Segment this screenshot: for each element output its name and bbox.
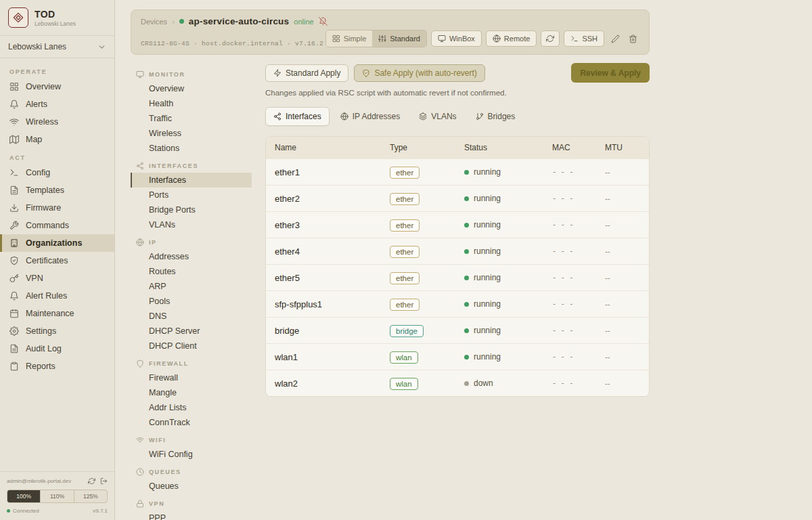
device-nav-item[interactable]: VLANs xyxy=(131,217,252,232)
device-nav-item[interactable]: DHCP Server xyxy=(131,324,252,339)
device-nav-item[interactable]: Addresses xyxy=(131,249,252,264)
device-nav-item[interactable]: Ports xyxy=(131,188,252,202)
sidebar-item-icon xyxy=(9,256,19,265)
breadcrumb-devices[interactable]: Devices xyxy=(141,18,167,26)
device-nav-item[interactable]: PPP xyxy=(131,511,252,520)
standard-apply-button[interactable]: Standard Apply xyxy=(265,64,348,82)
device-nav-item[interactable]: Stations xyxy=(131,141,252,156)
device-nav-item[interactable]: Routes xyxy=(131,264,252,279)
user-email: admin@mikrotik-portal.dev xyxy=(7,478,83,484)
brand-name: TOD xyxy=(35,9,76,20)
refresh-icon[interactable] xyxy=(88,477,95,485)
sidebar-item-label: Templates xyxy=(26,186,64,195)
status-dot xyxy=(464,196,469,201)
sidebar-item[interactable]: Maintenance xyxy=(0,305,114,322)
device-nav-item[interactable]: Bridge Ports xyxy=(131,202,252,217)
sidebar-item[interactable]: Settings xyxy=(0,322,114,340)
safe-apply-button[interactable]: Safe Apply (with auto-revert) xyxy=(354,64,484,82)
table-row[interactable]: wlan2 wlan down - - - -- xyxy=(266,370,649,396)
device-nav-item[interactable]: WiFi Config xyxy=(131,447,252,462)
table-row[interactable]: ether4 ether running - - - -- xyxy=(266,238,649,264)
interfaces-table: NameTypeStatusMACMTU ether1 ether runnin… xyxy=(265,136,650,397)
table-row[interactable]: ether5 ether running - - - -- xyxy=(266,264,649,290)
sidebar-item[interactable]: Firmware xyxy=(0,199,114,217)
sidebar-item-icon xyxy=(9,291,19,301)
interface-mtu: -- xyxy=(605,300,640,308)
interface-mac: - - - xyxy=(552,353,605,361)
connection-status: Connected xyxy=(7,508,39,514)
panel-tab[interactable]: Interfaces xyxy=(265,107,330,126)
view-mode-option[interactable]: Standard xyxy=(372,30,426,47)
sidebar-item-icon xyxy=(9,238,19,248)
delete-button[interactable] xyxy=(626,30,639,47)
device-nav-item[interactable]: DNS xyxy=(131,309,252,324)
brand-logo-icon xyxy=(8,7,28,28)
device-nav-item[interactable]: Interfaces xyxy=(131,173,252,188)
device-nav-group-header: IP xyxy=(131,232,265,249)
table-row[interactable]: wlan1 wlan running - - - -- xyxy=(266,343,649,370)
chevron-down-icon xyxy=(97,43,106,51)
edit-button[interactable] xyxy=(608,30,622,47)
sidebar-item-label: Commands xyxy=(26,221,69,230)
zoom-option[interactable]: 125% xyxy=(74,490,107,502)
zoom-option[interactable]: 110% xyxy=(41,490,74,502)
panel-tab[interactable]: VLANs xyxy=(411,107,464,126)
device-nav-item[interactable]: Wireless xyxy=(131,126,252,141)
view-mode-option[interactable]: Simple xyxy=(326,30,373,47)
sidebar-item[interactable]: Commands xyxy=(0,217,114,234)
sidebar-item[interactable]: Map xyxy=(0,131,114,148)
ssh-button[interactable]: SSH xyxy=(564,30,604,47)
interface-mac: - - - xyxy=(552,379,605,387)
panel-tab[interactable]: IP Addresses xyxy=(332,107,409,126)
sidebar-item[interactable]: Organizations xyxy=(0,234,114,252)
table-column-header: Type xyxy=(390,143,464,152)
panel-tab[interactable]: Bridges xyxy=(468,107,524,126)
device-nav-item[interactable]: DHCP Client xyxy=(131,339,252,353)
logout-icon[interactable] xyxy=(100,477,108,485)
interface-mtu: -- xyxy=(605,168,640,176)
sidebar-nav: OPERATE Overview Alerts Wireless Map ACT xyxy=(0,58,114,471)
device-nav-item[interactable]: Pools xyxy=(131,294,252,309)
device-nav-item[interactable]: Mangle xyxy=(131,385,252,400)
refresh-button[interactable] xyxy=(541,30,560,47)
table-row[interactable]: sfp-sfpplus1 ether running - - - -- xyxy=(266,290,649,317)
sidebar-item[interactable]: Wireless xyxy=(0,113,114,131)
table-row[interactable]: ether1 ether running - - - -- xyxy=(266,158,649,185)
device-nav-item[interactable]: Firewall xyxy=(131,370,252,385)
interface-status: running xyxy=(464,352,552,362)
sidebar-item[interactable]: Certificates xyxy=(0,252,114,269)
org-selector[interactable]: Lebowski Lanes xyxy=(0,36,114,58)
remote-button[interactable]: Remote xyxy=(486,30,537,47)
sidebar-item[interactable]: Overview xyxy=(0,78,114,95)
table-row[interactable]: bridge bridge running - - - -- xyxy=(266,317,649,343)
winbox-button[interactable]: WinBox xyxy=(431,30,482,47)
device-nav-item[interactable]: ARP xyxy=(131,279,252,294)
device-nav-item[interactable]: Health xyxy=(131,96,252,111)
sidebar-item[interactable]: Config xyxy=(0,164,114,181)
device-nav-item[interactable]: Traffic xyxy=(131,111,252,126)
device-header: Devices › ap-service-auto-circus online … xyxy=(131,9,650,55)
interface-status: running xyxy=(464,326,552,335)
device-nav-item[interactable]: Overview xyxy=(131,81,252,96)
sidebar-item[interactable]: VPN xyxy=(0,269,114,287)
interface-mac: - - - xyxy=(552,300,605,308)
interface-status: running xyxy=(464,299,552,309)
device-nav-group-icon xyxy=(136,162,144,170)
sidebar-item[interactable]: Alerts xyxy=(0,95,114,113)
device-nav-item[interactable]: ConnTrack xyxy=(131,415,252,430)
review-apply-button[interactable]: Review & Apply xyxy=(571,63,650,83)
interface-mtu: -- xyxy=(605,353,640,361)
device-nav-item[interactable]: Addr Lists xyxy=(131,400,252,415)
device-name: ap-service-auto-circus xyxy=(189,16,289,26)
sidebar-item[interactable]: Alert Rules xyxy=(0,287,114,305)
device-nav-item[interactable]: Queues xyxy=(131,479,252,494)
sidebar-item[interactable]: Templates xyxy=(0,181,114,199)
sidebar-item-icon xyxy=(9,117,19,127)
table-row[interactable]: ether3 ether running - - - -- xyxy=(266,211,649,238)
sidebar-item[interactable]: Reports xyxy=(0,358,114,375)
table-row[interactable]: ether2 ether running - - - -- xyxy=(266,185,649,211)
zoom-option[interactable]: 100% xyxy=(7,490,41,502)
notifications-muted-icon[interactable] xyxy=(319,17,328,26)
interface-mtu: -- xyxy=(605,326,640,334)
sidebar-item[interactable]: Audit Log xyxy=(0,340,114,358)
